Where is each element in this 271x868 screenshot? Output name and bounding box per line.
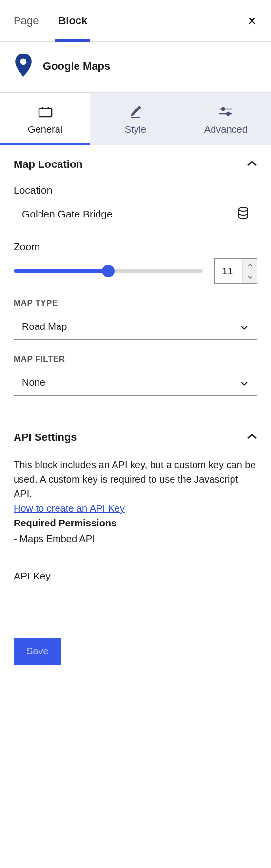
field-api-key: API Key xyxy=(14,570,257,615)
inspector-top-tabs: Page Block xyxy=(0,0,271,42)
zoom-slider-fill xyxy=(14,269,108,273)
map-pin-icon xyxy=(14,54,33,79)
sub-tab-style[interactable]: Style xyxy=(90,93,180,145)
svg-rect-1 xyxy=(39,108,52,117)
field-map-filter: MAP FILTER None xyxy=(14,354,257,396)
map-type-select[interactable]: Road Map xyxy=(14,314,257,340)
map-type-label: MAP TYPE xyxy=(14,298,257,308)
close-button[interactable] xyxy=(247,16,257,26)
chevron-down-icon xyxy=(240,321,248,332)
field-map-type: MAP TYPE Road Map xyxy=(14,298,257,340)
section-api-settings: API Settings This block includes an API … xyxy=(0,418,271,678)
api-key-help-link[interactable]: How to create an API Key xyxy=(14,503,125,514)
zoom-slider[interactable] xyxy=(14,269,203,273)
general-icon xyxy=(38,105,53,118)
field-location: Location xyxy=(14,184,257,226)
block-sub-tabs: General Style Advanced xyxy=(0,93,271,145)
section-header-api-settings[interactable]: API Settings xyxy=(14,431,257,444)
map-filter-value: None xyxy=(22,377,45,388)
chevron-down-icon xyxy=(240,377,248,388)
location-label: Location xyxy=(14,184,257,196)
svg-point-7 xyxy=(239,207,248,211)
section-title-map-location: Map Location xyxy=(14,158,83,171)
svg-rect-2 xyxy=(131,117,140,118)
tab-page[interactable]: Page xyxy=(14,0,39,42)
chevron-down-icon xyxy=(248,276,252,279)
style-icon xyxy=(129,105,142,118)
tab-block[interactable]: Block xyxy=(58,0,87,42)
section-header-map-location[interactable]: Map Location xyxy=(14,158,257,171)
zoom-slider-thumb[interactable] xyxy=(102,265,115,277)
svg-point-6 xyxy=(227,112,230,115)
api-key-label: API Key xyxy=(14,570,257,582)
svg-point-4 xyxy=(222,108,225,110)
dynamic-content-button[interactable] xyxy=(229,202,257,226)
chevron-up-icon xyxy=(248,264,252,267)
map-type-value: Road Map xyxy=(22,321,67,332)
advanced-icon xyxy=(218,105,233,118)
sub-tab-general-label: General xyxy=(28,124,62,135)
section-map-location: Map Location Location Zoom xyxy=(0,145,271,414)
svg-point-0 xyxy=(20,58,27,65)
field-zoom: Zoom xyxy=(14,241,257,284)
database-icon xyxy=(237,207,249,221)
section-title-api-settings: API Settings xyxy=(14,431,77,444)
save-button[interactable]: Save xyxy=(14,638,61,665)
zoom-number-wrap xyxy=(214,258,257,284)
map-filter-select[interactable]: None xyxy=(14,370,257,396)
sub-tab-general[interactable]: General xyxy=(0,93,90,145)
api-description: This block includes an API key, but a cu… xyxy=(14,459,256,499)
zoom-label: Zoom xyxy=(14,241,257,253)
zoom-number-input[interactable] xyxy=(215,259,242,283)
api-description-block: This block includes an API key, but a cu… xyxy=(14,457,257,546)
chevron-up-icon xyxy=(247,433,257,442)
sub-tab-advanced[interactable]: Advanced xyxy=(181,93,271,145)
chevron-up-icon xyxy=(247,160,257,169)
sub-tab-style-label: Style xyxy=(125,124,146,135)
zoom-step-down[interactable] xyxy=(243,271,257,283)
required-permissions-item: - Maps Embed API xyxy=(14,531,257,546)
zoom-step-up[interactable] xyxy=(243,259,257,271)
map-filter-label: MAP FILTER xyxy=(14,354,257,364)
api-key-input[interactable] xyxy=(14,588,257,615)
location-input[interactable] xyxy=(14,202,229,226)
required-permissions-title: Required Permissions xyxy=(14,518,116,528)
block-title: Google Maps xyxy=(43,60,110,72)
sub-tab-advanced-label: Advanced xyxy=(204,124,248,135)
close-icon xyxy=(247,16,257,26)
block-header: Google Maps xyxy=(0,42,271,93)
